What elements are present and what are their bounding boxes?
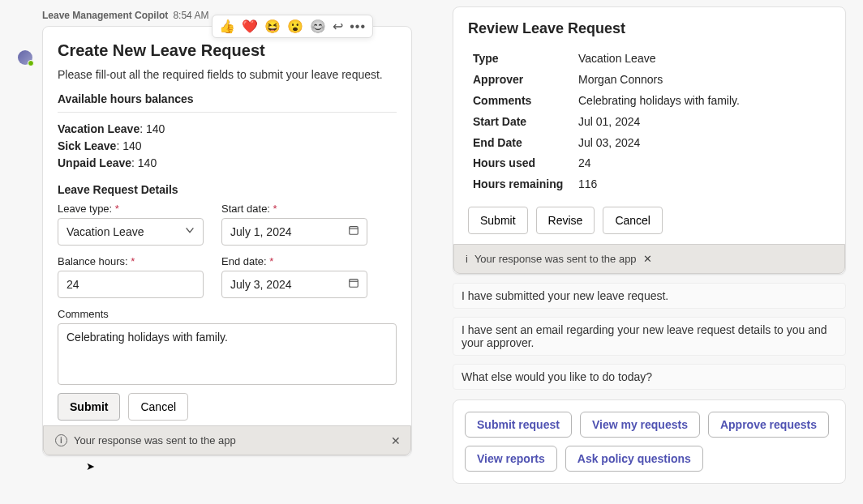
cancel-button[interactable]: Cancel: [128, 393, 188, 421]
card-title: Create New Leave Request: [58, 41, 397, 60]
info-icon: i: [55, 434, 67, 446]
create-leave-card: Create New Leave Request Please fill-out…: [42, 26, 412, 456]
more-icon[interactable]: •••: [350, 19, 366, 34]
message-time: 8:54 AM: [173, 10, 208, 21]
cursor-icon: ➤: [86, 460, 95, 472]
divider: [58, 112, 397, 113]
toast-sent: i Your response was sent to the app ✕: [43, 425, 411, 455]
info-icon: i: [466, 253, 468, 265]
suggestion-box: Submit request View my requests Approve …: [453, 399, 846, 484]
details-heading: Leave Request Details: [58, 183, 397, 196]
leave-type-select[interactable]: [58, 218, 204, 246]
chip-submit-request[interactable]: Submit request: [465, 412, 572, 438]
chip-approve-requests[interactable]: Approve requests: [708, 412, 829, 438]
reaction-laugh[interactable]: 😆: [264, 19, 281, 34]
card-intro: Please fill-out all the required fields …: [58, 68, 397, 81]
presence-icon: [28, 60, 34, 66]
review-submit-button[interactable]: Submit: [468, 207, 528, 234]
reaction-heart[interactable]: ❤️: [242, 19, 258, 34]
start-date-label: Start date: *: [221, 203, 367, 215]
review-title: Review Leave Request: [468, 20, 831, 37]
close-icon[interactable]: ✕: [391, 434, 401, 447]
close-icon[interactable]: ✕: [643, 253, 652, 265]
balances-heading: Available hours balances: [58, 92, 397, 105]
bot-message: I have sent an email regarding your new …: [453, 317, 846, 356]
submit-button[interactable]: Submit: [58, 393, 120, 421]
reaction-surprised[interactable]: 😮: [287, 19, 303, 34]
avatar: [18, 50, 32, 68]
bot-message: I have submitted your new leave request.: [453, 283, 846, 309]
bot-message: What else would you like to do today?: [453, 364, 846, 390]
chip-view-my-requests[interactable]: View my requests: [580, 412, 700, 438]
reaction-bar: 👍 ❤️ 😆 😮 😊 ↩ •••: [212, 15, 373, 38]
review-cancel-button[interactable]: Cancel: [603, 207, 663, 234]
comments-label: Comments: [58, 308, 397, 320]
reaction-thumbs-up[interactable]: 👍: [219, 19, 235, 34]
sender-name: Leave Management Copilot: [42, 10, 168, 21]
balances-list: Vacation Leave: 140 Sick Leave: 140 Unpa…: [58, 121, 397, 172]
balance-hours-input[interactable]: [58, 271, 204, 298]
reply-icon[interactable]: ↩: [333, 19, 343, 34]
start-date-input[interactable]: [221, 218, 367, 246]
end-date-input[interactable]: [221, 271, 367, 298]
chip-ask-policy-questions[interactable]: Ask policy questions: [565, 446, 703, 472]
toast-sent: i Your response was sent to the app ✕: [453, 244, 845, 274]
review-leave-card: Review Leave Request TypeVacation Leave …: [453, 6, 846, 275]
leave-type-label: Leave type: *: [58, 203, 204, 215]
review-kv-list: TypeVacation Leave ApproverMorgan Connor…: [468, 47, 831, 197]
emoji-picker-icon[interactable]: 😊: [310, 19, 326, 34]
end-date-label: End date: *: [221, 255, 367, 267]
chip-view-reports[interactable]: View reports: [465, 446, 557, 472]
balance-hours-label: Balance hours: *: [58, 255, 204, 267]
comments-textarea[interactable]: [58, 323, 397, 385]
review-revise-button[interactable]: Revise: [536, 207, 595, 234]
